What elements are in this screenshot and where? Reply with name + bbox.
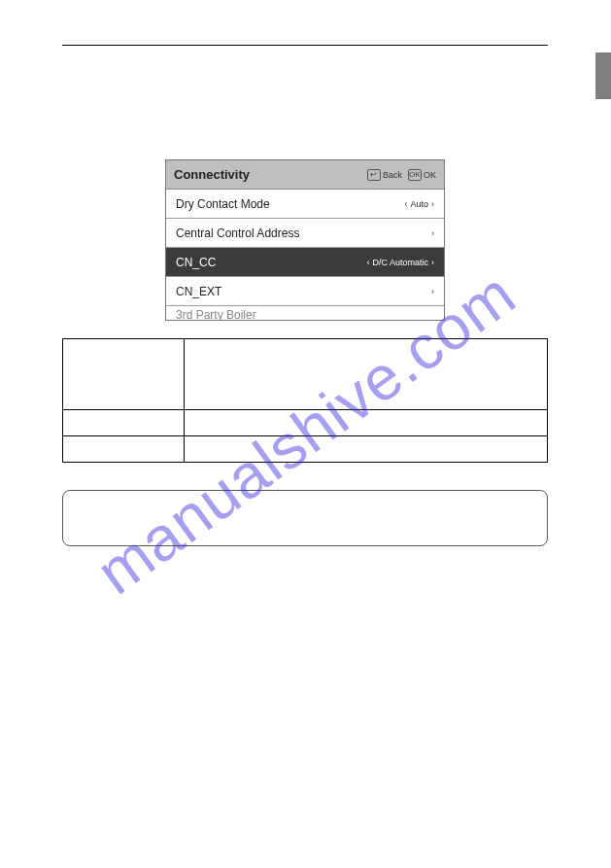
note-box bbox=[62, 490, 548, 546]
back-label: Back bbox=[383, 170, 402, 180]
chevron-right-icon: › bbox=[431, 287, 434, 296]
ok-icon: OK bbox=[408, 169, 422, 181]
table-cell bbox=[185, 339, 548, 410]
row-label: Dry Contact Mode bbox=[176, 197, 270, 211]
table-cell bbox=[185, 410, 548, 436]
top-separator bbox=[62, 45, 548, 46]
table-row bbox=[63, 339, 548, 410]
menu-row-3rd-party-boiler[interactable]: 3rd Party Boiler bbox=[166, 306, 444, 320]
table-cell bbox=[185, 436, 548, 463]
row-value: ‹ D/C Automatic › bbox=[366, 258, 434, 267]
menu-title: Connectivity bbox=[174, 167, 250, 182]
ok-label: OK bbox=[424, 170, 436, 180]
table-row bbox=[63, 410, 548, 436]
connectivity-menu: Connectivity ↩ Back OK OK Dry Contact Mo… bbox=[165, 159, 445, 321]
row-value: ‹ Auto › bbox=[404, 199, 434, 209]
row-value: › bbox=[431, 228, 434, 238]
value-text: D/C Automatic bbox=[372, 258, 428, 267]
back-button[interactable]: ↩ Back bbox=[367, 169, 402, 181]
row-label: CN_CC bbox=[176, 256, 216, 269]
chevron-right-icon: › bbox=[431, 258, 434, 267]
menu-header: Connectivity ↩ Back OK OK bbox=[166, 160, 444, 190]
chevron-right-icon: › bbox=[431, 199, 434, 209]
row-label: 3rd Party Boiler bbox=[176, 308, 256, 320]
value-description-table bbox=[62, 338, 548, 463]
chevron-left-icon: ‹ bbox=[404, 199, 407, 209]
menu-row-cn-cc[interactable]: CN_CC ‹ D/C Automatic › bbox=[166, 248, 444, 277]
chevron-left-icon: ‹ bbox=[366, 258, 369, 267]
row-value: › bbox=[431, 287, 434, 296]
menu-row-dry-contact[interactable]: Dry Contact Mode ‹ Auto › bbox=[166, 190, 444, 219]
table-cell bbox=[63, 410, 185, 436]
menu-header-buttons: ↩ Back OK OK bbox=[367, 169, 436, 181]
table-cell bbox=[63, 436, 185, 463]
menu-row-cn-ext[interactable]: CN_EXT › bbox=[166, 277, 444, 306]
value-text: Auto bbox=[410, 199, 428, 209]
ok-button[interactable]: OK OK bbox=[408, 169, 436, 181]
row-label: Central Control Address bbox=[176, 226, 299, 240]
back-icon: ↩ bbox=[367, 169, 381, 181]
chevron-right-icon: › bbox=[431, 228, 434, 238]
page-thumb-tab bbox=[595, 52, 611, 99]
row-label: CN_EXT bbox=[176, 285, 221, 298]
menu-row-central-control[interactable]: Central Control Address › bbox=[166, 219, 444, 248]
table-row bbox=[63, 436, 548, 463]
table-cell bbox=[63, 339, 185, 410]
